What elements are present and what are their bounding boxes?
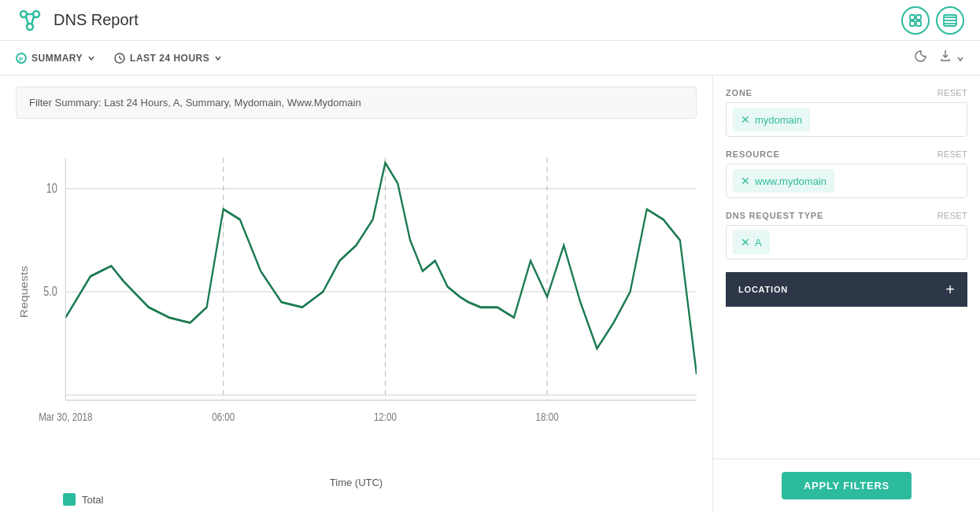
- dns-type-label: DNS REQUEST TYPE: [726, 211, 823, 220]
- zone-header: ZONE RESET: [726, 88, 967, 98]
- page-title: DNS Report: [54, 11, 139, 29]
- svg-text:06:00: 06:00: [212, 411, 235, 424]
- moon-button[interactable]: [915, 49, 929, 67]
- zone-input-box[interactable]: ✕ mydomain: [726, 102, 967, 137]
- summary-icon: P: [16, 53, 27, 64]
- filter-summary: Filter Summary: Last 24 Hours, A, Summar…: [16, 87, 697, 119]
- logo-icon: [16, 6, 44, 35]
- export-button[interactable]: [938, 49, 964, 67]
- summary-button[interactable]: P SUMMARY: [16, 53, 95, 64]
- legend-label: Total: [82, 494, 103, 506]
- export-icon: [938, 49, 952, 63]
- dns-type-tag: ✕ A: [733, 230, 770, 254]
- list-icon: [943, 13, 957, 28]
- svg-line-5: [31, 17, 34, 24]
- sidebar-footer: APPLY FILTERS: [713, 459, 980, 512]
- apply-filters-button[interactable]: APPLY FILTERS: [782, 472, 912, 499]
- dns-type-reset-button[interactable]: RESET: [937, 211, 967, 220]
- svg-text:10: 10: [46, 182, 57, 196]
- grid-view-button[interactable]: [901, 6, 930, 35]
- header-left: DNS Report: [16, 6, 139, 35]
- location-add-icon: +: [945, 281, 955, 299]
- svg-line-4: [26, 17, 28, 24]
- chart-area: Filter Summary: Last 24 Hours, A, Summar…: [0, 76, 712, 512]
- list-view-button[interactable]: [936, 6, 964, 35]
- resource-header: RESOURCE RESET: [726, 149, 967, 159]
- toolbar-right: [915, 49, 964, 67]
- resource-tag-remove[interactable]: ✕: [741, 175, 750, 186]
- time-chevron-icon: [214, 54, 222, 62]
- svg-rect-8: [910, 21, 915, 26]
- zone-tag: ✕ mydomain: [733, 108, 810, 131]
- svg-rect-9: [916, 21, 921, 26]
- main: Filter Summary: Last 24 Hours, A, Summar…: [0, 76, 980, 512]
- dns-type-header: DNS REQUEST TYPE RESET: [726, 211, 967, 220]
- dns-type-tag-remove[interactable]: ✕: [741, 237, 750, 248]
- dns-type-section: DNS REQUEST TYPE RESET ✕ A: [726, 211, 967, 260]
- zone-section: ZONE RESET ✕ mydomain: [726, 88, 967, 137]
- svg-rect-7: [916, 15, 921, 20]
- zone-label: ZONE: [726, 88, 753, 98]
- toolbar-left: P SUMMARY LAST 24 HOURS: [16, 53, 222, 64]
- resource-section: RESOURCE RESET ✕ www.mydomain: [726, 149, 967, 198]
- resource-label: RESOURCE: [726, 149, 780, 159]
- toolbar: P SUMMARY LAST 24 HOURS: [0, 41, 980, 76]
- legend-color: [63, 493, 76, 506]
- resource-input-box[interactable]: ✕ www.mydomain: [726, 164, 967, 198]
- chart-inner: 10 5.0 Mar 30, 2018 06:00 12:00 18:00 Re…: [16, 127, 697, 457]
- svg-point-1: [33, 11, 39, 17]
- zone-reset-button[interactable]: RESET: [937, 88, 967, 98]
- resource-reset-button[interactable]: RESET: [937, 149, 967, 159]
- moon-icon: [915, 49, 929, 63]
- svg-text:Requests: Requests: [18, 266, 29, 318]
- location-section[interactable]: LOCATION +: [726, 272, 967, 307]
- chart-x-label: Time (UTC): [16, 477, 697, 488]
- location-label: LOCATION: [738, 285, 788, 294]
- svg-rect-6: [910, 15, 915, 20]
- legend-area: Total: [16, 488, 697, 512]
- time-range-button[interactable]: LAST 24 HOURS: [114, 53, 222, 64]
- clock-icon: [114, 53, 125, 64]
- sidebar-content: ZONE RESET ✕ mydomain RESOURCE RESET: [713, 76, 980, 459]
- dns-type-input-box[interactable]: ✕ A: [726, 225, 967, 260]
- svg-text:12:00: 12:00: [374, 411, 397, 424]
- resource-tag: ✕ www.mydomain: [733, 169, 834, 193]
- svg-text:Mar 30, 2018: Mar 30, 2018: [39, 411, 92, 424]
- chart-container: 10 5.0 Mar 30, 2018 06:00 12:00 18:00 Re…: [16, 127, 697, 488]
- grid-icon: [908, 13, 923, 28]
- svg-text:P: P: [19, 56, 24, 63]
- svg-text:5.0: 5.0: [43, 285, 57, 299]
- summary-chevron-icon: [87, 54, 95, 62]
- header: DNS Report: [0, 0, 980, 41]
- svg-text:18:00: 18:00: [536, 411, 559, 424]
- zone-tag-remove[interactable]: ✕: [741, 114, 750, 125]
- sidebar: ZONE RESET ✕ mydomain RESOURCE RESET: [712, 76, 980, 512]
- svg-line-18: [120, 58, 122, 60]
- export-chevron-icon: [956, 55, 964, 63]
- svg-point-0: [20, 11, 27, 17]
- header-icons: [901, 6, 964, 35]
- chart-svg: 10 5.0 Mar 30, 2018 06:00 12:00 18:00 Re…: [16, 127, 697, 457]
